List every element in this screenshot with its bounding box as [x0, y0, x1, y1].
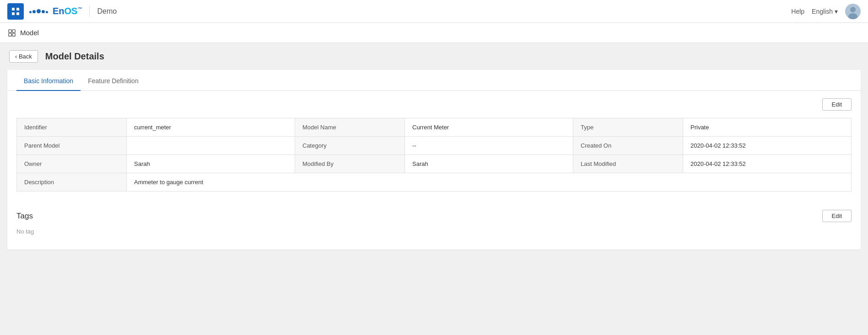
value-category: --: [405, 137, 573, 155]
logo-dot-1: [29, 11, 32, 13]
tab-feature-definition[interactable]: Feature Definition: [81, 70, 146, 91]
tags-title: Tags: [16, 212, 33, 221]
value-last-modified: 2020-04-02 12:33:52: [683, 155, 852, 173]
language-dropdown-icon: ▾: [835, 8, 838, 15]
value-created-on: 2020-04-02 12:33:52: [683, 137, 852, 155]
label-last-modified: Last Modified: [573, 155, 683, 173]
page-title: Model Details: [45, 51, 104, 62]
value-description: Ammeter to gauge current: [127, 173, 852, 191]
logo-dot-2: [32, 10, 36, 13]
top-nav-right: Help English ▾: [791, 4, 861, 19]
tabs: Basic Information Feature Definition: [7, 70, 861, 91]
svg-rect-9: [9, 33, 11, 36]
tab-basic-information[interactable]: Basic Information: [16, 70, 81, 91]
logo-text: EnOS™: [53, 6, 82, 16]
top-nav-left: EnOS™ Demo: [7, 3, 791, 20]
main-card: Basic Information Feature Definition Edi…: [7, 70, 861, 250]
table-row: Description Ammeter to gauge current: [17, 173, 852, 191]
language-selector[interactable]: English ▾: [812, 8, 838, 15]
table-row: Owner Sarah Modified By Sarah Last Modif…: [17, 155, 852, 173]
value-modified-by: Sarah: [405, 155, 573, 173]
value-type: Private: [683, 118, 852, 137]
table-row: Identifier current_meter Model Name Curr…: [17, 118, 852, 137]
logo-dot-5: [46, 11, 48, 13]
value-parent-model: [127, 137, 295, 155]
edit-button[interactable]: Edit: [822, 98, 852, 111]
grid-menu-icon[interactable]: [7, 3, 24, 20]
value-identifier: current_meter: [127, 118, 295, 137]
svg-rect-0: [12, 8, 15, 11]
label-parent-model: Parent Model: [17, 137, 127, 155]
tags-section: Tags Edit No tag: [7, 199, 861, 239]
svg-rect-10: [12, 33, 15, 36]
back-button[interactable]: ‹ Back: [9, 50, 38, 63]
info-table: Identifier current_meter Model Name Curr…: [16, 118, 852, 191]
logo-dot-4: [42, 10, 45, 13]
value-owner: Sarah: [127, 155, 295, 173]
model-icon: [7, 28, 16, 37]
logo[interactable]: EnOS™: [29, 6, 82, 16]
nav-divider: [89, 6, 90, 17]
value-model-name: Current Meter: [405, 118, 573, 137]
tags-header: Tags Edit: [16, 210, 852, 222]
svg-rect-7: [9, 29, 11, 32]
second-nav: Model: [0, 23, 868, 43]
svg-rect-8: [12, 29, 15, 32]
edit-button-row: Edit: [16, 98, 852, 111]
tags-edit-button[interactable]: Edit: [822, 210, 852, 222]
label-category: Category: [295, 137, 405, 155]
svg-point-5: [850, 7, 856, 12]
label-identifier: Identifier: [17, 118, 127, 137]
logo-dots: [29, 9, 48, 13]
help-link[interactable]: Help: [791, 8, 804, 15]
label-created-on: Created On: [573, 137, 683, 155]
svg-rect-2: [12, 12, 15, 15]
svg-rect-3: [16, 12, 19, 15]
label-owner: Owner: [17, 155, 127, 173]
label-modified-by: Modified By: [295, 155, 405, 173]
no-tag-label: No tag: [16, 228, 34, 235]
top-nav: EnOS™ Demo Help English ▾: [0, 0, 868, 23]
section-title: Model: [20, 29, 39, 37]
label-type: Type: [573, 118, 683, 137]
svg-rect-1: [16, 8, 19, 11]
label-model-name: Model Name: [295, 118, 405, 137]
table-row: Parent Model Category -- Created On 2020…: [17, 137, 852, 155]
page-content: ‹ Back Model Details Basic Information F…: [0, 43, 868, 335]
logo-dot-3: [37, 9, 41, 13]
app-name: Demo: [97, 7, 117, 16]
user-avatar[interactable]: [845, 4, 861, 19]
label-description: Description: [17, 173, 127, 191]
content-area: Edit Identifier current_meter Model Name…: [7, 91, 861, 199]
page-header: ‹ Back Model Details: [0, 43, 868, 70]
language-label: English: [812, 8, 833, 15]
